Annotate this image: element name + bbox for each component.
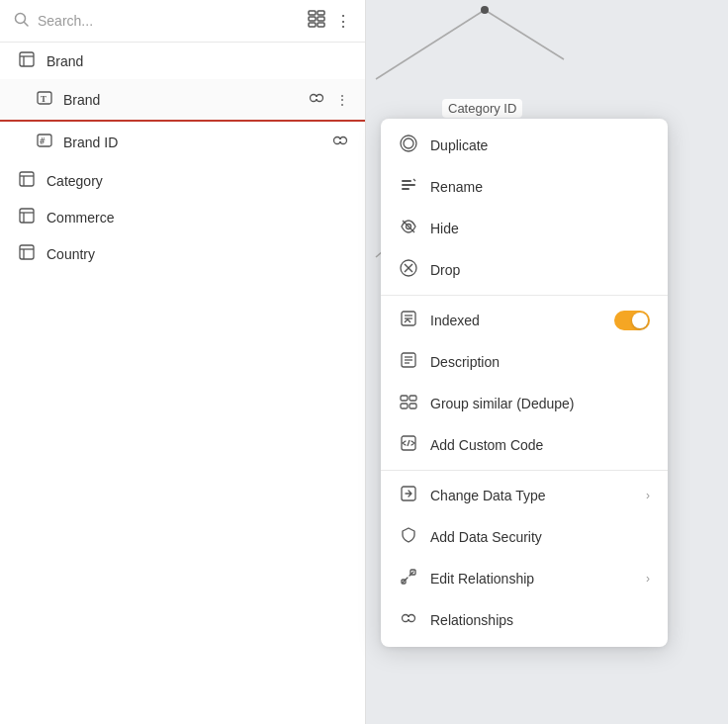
text-field-icon: T	[36, 90, 53, 109]
edit-relationship-icon	[399, 568, 418, 589]
sidebar-content: Brand T Brand ⋮	[0, 43, 365, 724]
group-similar-label: Group similar (Dedupe)	[430, 396, 650, 411]
table-icon-brand	[19, 51, 37, 70]
sidebar-field-brand-id[interactable]: # Brand ID	[0, 122, 365, 162]
menu-item-edit-relationship[interactable]: Edit Relationship ›	[381, 558, 668, 599]
menu-item-add-custom-code[interactable]: Add Custom Code	[381, 424, 668, 466]
context-menu: Duplicate Rename Hide	[381, 119, 668, 647]
svg-rect-53	[401, 396, 408, 401]
sidebar-field-brand-text[interactable]: T Brand ⋮	[0, 79, 365, 122]
add-data-security-label: Add Data Security	[430, 529, 650, 545]
brand-text-actions: ⋮	[306, 87, 351, 112]
category-id-label: Category ID	[442, 99, 522, 118]
table-icon-country	[19, 244, 37, 263]
svg-rect-8	[318, 11, 324, 15]
relationships-icon	[399, 609, 418, 631]
group-similar-icon	[399, 393, 418, 414]
sidebar-label-brand: Brand	[46, 53, 83, 69]
svg-line-58	[408, 440, 410, 446]
menu-item-duplicate[interactable]: Duplicate	[381, 125, 668, 166]
brand-id-actions	[329, 130, 351, 154]
sidebar-label-brand-id: Brand ID	[63, 135, 118, 150]
menu-item-group-similar[interactable]: Group similar (Dedupe)	[381, 383, 668, 424]
drop-label: Drop	[430, 262, 650, 278]
sidebar: Search... ⋮	[0, 0, 366, 724]
sidebar-item-country[interactable]: Country	[0, 235, 365, 272]
indexed-toggle[interactable]	[614, 311, 650, 330]
hide-icon	[399, 218, 418, 239]
svg-point-2	[481, 6, 489, 14]
duplicate-label: Duplicate	[430, 137, 650, 153]
edit-relationship-arrow: ›	[646, 572, 650, 586]
search-toolbar: ⋮	[308, 10, 351, 32]
svg-rect-56	[410, 404, 416, 408]
svg-point-36	[404, 138, 413, 148]
menu-item-description[interactable]: Description	[381, 341, 668, 383]
indexed-icon	[399, 310, 418, 331]
svg-rect-10	[318, 17, 324, 21]
menu-item-relationships[interactable]: Relationships	[381, 599, 668, 641]
svg-rect-7	[309, 11, 316, 15]
sidebar-label-commerce: Commerce	[46, 210, 114, 226]
svg-rect-54	[410, 396, 416, 401]
search-placeholder[interactable]: Search...	[38, 13, 300, 29]
menu-item-hide[interactable]: Hide	[381, 208, 668, 249]
svg-rect-11	[309, 23, 316, 27]
toggle-knob	[632, 313, 648, 328]
change-data-type-icon	[399, 485, 418, 506]
edit-relationship-label: Edit Relationship	[430, 571, 634, 587]
svg-rect-38	[402, 184, 415, 186]
duplicate-icon	[399, 135, 418, 156]
svg-line-6	[25, 22, 29, 26]
svg-text:T: T	[41, 94, 46, 104]
relationships-label: Relationships	[430, 612, 650, 628]
table-icon-commerce	[19, 208, 37, 226]
svg-rect-39	[402, 188, 410, 190]
more-icon-brand[interactable]: ⋮	[333, 90, 351, 110]
svg-text:#: #	[40, 136, 46, 146]
svg-line-1	[485, 10, 564, 59]
sidebar-item-commerce[interactable]: Commerce	[0, 199, 365, 235]
description-label: Description	[430, 354, 650, 370]
svg-rect-29	[20, 209, 34, 223]
table-icon-category	[19, 171, 37, 190]
custom-code-icon	[399, 434, 418, 456]
more-options-icon[interactable]: ⋮	[335, 12, 351, 31]
sidebar-item-category[interactable]: Category	[0, 162, 365, 199]
menu-item-rename[interactable]: Rename	[381, 166, 668, 208]
svg-rect-37	[402, 180, 411, 182]
description-icon	[399, 351, 418, 373]
sidebar-item-brand[interactable]: Brand	[0, 43, 365, 79]
svg-rect-12	[318, 23, 324, 27]
link-icon-brand[interactable]	[306, 87, 327, 112]
menu-item-drop[interactable]: Drop	[381, 249, 668, 291]
security-icon	[399, 526, 418, 548]
sidebar-label-category: Category	[46, 173, 103, 189]
menu-item-change-data-type[interactable]: Change Data Type ›	[381, 475, 668, 516]
svg-line-0	[376, 10, 485, 79]
rename-icon	[399, 176, 418, 198]
svg-rect-26	[20, 172, 34, 186]
divider-1	[381, 295, 668, 296]
svg-rect-9	[309, 17, 316, 21]
menu-item-indexed[interactable]: Indexed	[381, 300, 668, 341]
sidebar-label-brand-text: Brand	[63, 92, 100, 108]
drop-icon	[399, 259, 418, 281]
svg-rect-55	[401, 404, 408, 408]
change-data-type-label: Change Data Type	[430, 488, 634, 503]
svg-rect-13	[20, 52, 34, 66]
link-icon-brand-id[interactable]	[329, 130, 351, 154]
indexed-label: Indexed	[430, 313, 602, 328]
sidebar-label-country: Country	[46, 246, 95, 262]
add-custom-code-label: Add Custom Code	[430, 437, 650, 453]
grid-view-icon[interactable]	[308, 10, 325, 32]
change-data-type-arrow: ›	[646, 489, 650, 502]
svg-rect-32	[20, 245, 34, 259]
search-bar: Search... ⋮	[0, 0, 365, 43]
svg-line-40	[413, 179, 415, 181]
number-field-icon: #	[36, 133, 53, 151]
menu-item-add-data-security[interactable]: Add Data Security	[381, 516, 668, 558]
divider-2	[381, 470, 668, 471]
search-icon	[14, 12, 30, 31]
hide-label: Hide	[430, 221, 650, 236]
